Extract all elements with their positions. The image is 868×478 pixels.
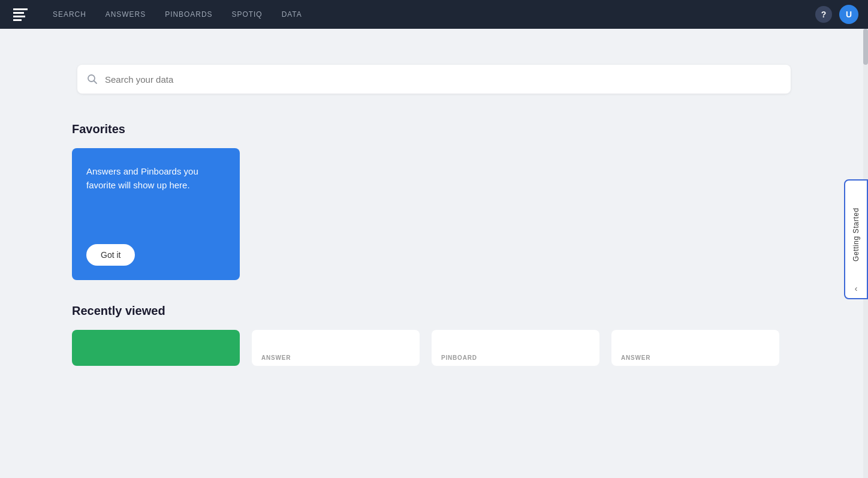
getting-started-label: Getting Started (852, 190, 860, 279)
nav-item-data[interactable]: DATA (275, 7, 309, 22)
svg-rect-0 (13, 8, 28, 10)
nav-item-search[interactable]: SEARCH (46, 7, 94, 22)
search-bar (77, 65, 791, 94)
recently-viewed-card-answer-2[interactable]: ANSWER (611, 330, 779, 366)
navbar: SEARCH ANSWERS PINBOARDS SPOTIQ DATA ? U (0, 0, 868, 29)
recently-viewed-card-green[interactable] (72, 330, 240, 366)
search-icon (87, 74, 98, 85)
favorites-card: Answers and Pinboards you favorite will … (72, 148, 240, 280)
recently-viewed-title: Recently viewed (72, 304, 796, 318)
recently-viewed-section: Recently viewed ANSWER PINBOARD ANSWER (72, 304, 796, 366)
getting-started-chevron-icon: ‹ (855, 284, 858, 293)
got-it-button[interactable]: Got it (86, 244, 135, 266)
main-content: Favorites Answers and Pinboards you favo… (0, 29, 868, 390)
nav-item-answers[interactable]: ANSWERS (98, 7, 153, 22)
recently-viewed-card-answer-1[interactable]: ANSWER (252, 330, 420, 366)
answer-label-2: ANSWER (621, 354, 650, 361)
help-button[interactable]: ? (815, 6, 832, 23)
scrollbar-thumb[interactable] (863, 29, 868, 65)
navbar-actions: ? U (815, 5, 858, 24)
navbar-nav: SEARCH ANSWERS PINBOARDS SPOTIQ DATA (46, 7, 815, 22)
recently-viewed-cards: ANSWER PINBOARD ANSWER (72, 330, 796, 366)
pinboard-label: PINBOARD (441, 354, 477, 361)
recently-viewed-card-pinboard[interactable]: PINBOARD (432, 330, 599, 366)
nav-item-spotiq[interactable]: SPOTIQ (225, 7, 270, 22)
answer-label-1: ANSWER (261, 354, 291, 361)
svg-rect-2 (13, 16, 25, 17)
nav-item-pinboards[interactable]: PINBOARDS (158, 7, 219, 22)
getting-started-panel[interactable]: Getting Started ‹ (844, 179, 868, 299)
user-avatar[interactable]: U (839, 5, 858, 24)
app-logo[interactable] (10, 4, 31, 25)
svg-rect-3 (13, 19, 22, 21)
svg-line-5 (94, 81, 97, 84)
favorites-card-text: Answers and Pinboards you favorite will … (86, 165, 225, 192)
search-input[interactable] (105, 74, 781, 85)
favorites-section: Favorites Answers and Pinboards you favo… (72, 122, 796, 280)
favorites-title: Favorites (72, 122, 796, 136)
svg-rect-1 (13, 12, 24, 14)
